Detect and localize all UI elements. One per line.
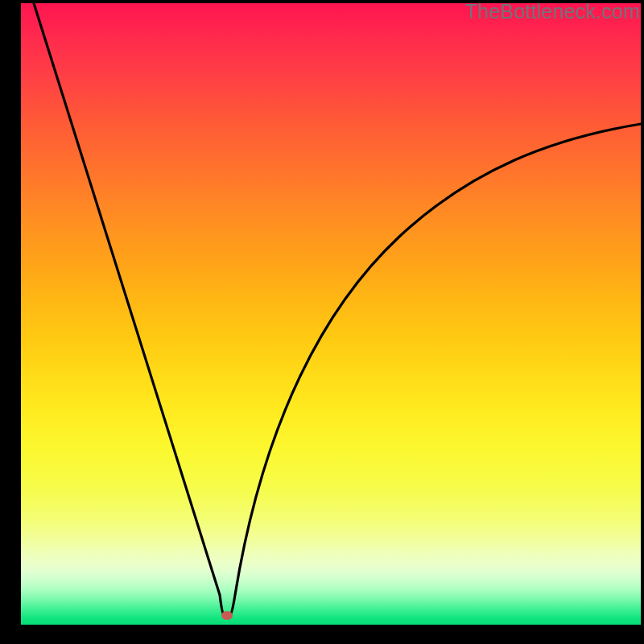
- curve-path: [34, 3, 641, 615]
- bottleneck-curve: [21, 3, 641, 625]
- chart-frame: TheBottleneck.com: [0, 0, 644, 644]
- plot-area: [21, 3, 641, 625]
- watermark-text: TheBottleneck.com: [465, 0, 640, 23]
- optimum-marker: [221, 611, 233, 620]
